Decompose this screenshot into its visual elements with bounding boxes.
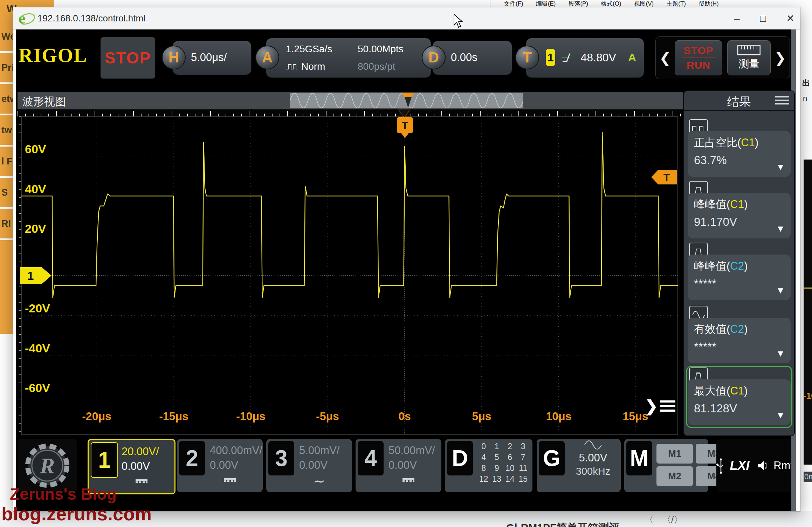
x-tick-label: 10μs — [538, 410, 580, 423]
waveform-svg — [21, 116, 678, 435]
browser-window: e 192.168.0.138/control.html – □ ✕ RIGOL… — [13, 7, 800, 512]
nav-next-icon[interactable]: ❯ — [771, 50, 790, 66]
nav-prev-icon[interactable]: ❮ — [656, 50, 675, 66]
close-button[interactable]: ✕ — [786, 13, 794, 24]
bg-menu-view[interactable]: 视图(V) — [634, 0, 654, 7]
dropdown-icon[interactable]: ▼ — [776, 348, 785, 359]
beeper-icon[interactable] — [757, 459, 767, 472]
bg-menu-file[interactable]: 文件(F) — [504, 0, 523, 7]
dropdown-icon[interactable]: ▼ — [776, 162, 785, 173]
background-menubar: 文件(F) 编辑(E) 段落(P) 格式(O) 视图(V) 主题(T) 帮助(H… — [493, 0, 812, 7]
measure-button[interactable]: 测量 — [727, 40, 771, 75]
mouse-cursor — [454, 14, 464, 29]
remote-indicator[interactable]: Rmt — [773, 459, 793, 472]
channel1-offset-marker[interactable]: 1 — [20, 266, 52, 285]
dc-coupling-icon — [222, 478, 238, 487]
channel-number: 1 — [91, 442, 118, 478]
x-tick-label: 0s — [384, 410, 426, 423]
channel3-tile[interactable]: 3 5.00mV/0.00V ∼ — [266, 439, 352, 492]
x-tick-label: 5μs — [461, 410, 503, 423]
window-controls: – □ ✕ — [734, 13, 794, 24]
measurement-item-vpp-c2[interactable]: 峰峰值(C2) ***** ▼ — [688, 243, 791, 302]
dropdown-icon[interactable]: ▼ — [776, 223, 785, 234]
bg-code-icon[interactable]: 〈/〉 — [662, 514, 683, 526]
digital-label: D — [447, 441, 473, 475]
trigger-knob[interactable]: T — [515, 46, 539, 69]
acquire-knob[interactable]: A — [255, 46, 279, 69]
horizontal-knob[interactable]: H — [162, 46, 186, 69]
measurement-card[interactable]: 最大值(C1) 81.128V ▼ — [688, 379, 791, 425]
memory-depth: 50.00Mpts — [358, 40, 415, 58]
plot-menu-icon[interactable]: ❯ — [645, 397, 675, 415]
generator-label: G — [539, 441, 565, 475]
dropdown-icon[interactable]: ▼ — [776, 410, 785, 421]
trigger-position-marker[interactable]: T — [397, 117, 413, 133]
results-menu-icon[interactable] — [775, 94, 789, 107]
measurement-value: 81.128V — [694, 402, 737, 415]
trigger-level-value: 48.80V — [580, 51, 616, 64]
trigger-panel[interactable]: 1 48.80V A — [526, 38, 644, 78]
bg-right-axis-fragment: -10 — [804, 391, 812, 401]
horizontal-position-slider[interactable] — [290, 93, 523, 108]
bg-sidebar-label: S — [0, 187, 8, 198]
digital-channels-tile[interactable]: D 0123 4567 891011 12131415 — [445, 439, 532, 492]
y-tick-label: -60V — [25, 381, 67, 395]
channel-number: 2 — [179, 441, 205, 475]
measurement-item-vmax-c1[interactable]: 最大值(C1) 81.128V ▼ — [688, 367, 791, 426]
acquire-panel[interactable]: 1.25GSa/s 50.00Mpts Norm 800ps/pt — [266, 38, 431, 78]
bg-menu-edit[interactable]: 编辑(E) — [536, 0, 556, 7]
minimize-button[interactable]: – — [734, 13, 740, 24]
measurement-card[interactable]: 峰峰值(C1) 91.170V ▼ — [688, 193, 791, 238]
measurement-card[interactable]: 有效值(C2) ***** ▼ — [688, 318, 791, 363]
maximize-button[interactable]: □ — [760, 13, 766, 24]
lxi-indicator[interactable]: LXI — [730, 458, 750, 473]
horizontal-ruler — [18, 109, 683, 116]
channel-number: 4 — [358, 441, 384, 475]
header-nav-group: ❮ STOP RUN — [655, 36, 790, 79]
bg-right-fragment: 出 — [802, 78, 810, 88]
measurement-item-vrms-c2[interactable]: 有效值(C2) ***** ▼ — [688, 306, 791, 365]
x-tick-label: -10μs — [230, 410, 272, 423]
stop-run-button[interactable]: STOP RUN — [675, 40, 723, 75]
generator-tile[interactable]: G 5.00V 300kHz — [537, 439, 621, 492]
channel-offset: 0.00V — [122, 459, 159, 474]
measurement-item-vpp-c1[interactable]: 峰峰值(C1) 91.170V ▼ — [688, 181, 791, 240]
trigger-level-marker[interactable]: T — [651, 169, 677, 185]
measurement-card[interactable]: 正占空比(C1) 63.7% ▼ — [688, 131, 791, 177]
x-tick-label: -20μs — [76, 410, 118, 423]
channel4-tile[interactable]: 4 50.00mV/0.00V — [356, 439, 441, 492]
bg-sidebar-label: l F — [0, 156, 13, 167]
math-label: M — [626, 441, 652, 475]
results-header: 结果 — [684, 91, 794, 111]
bg-menu-help[interactable]: 帮助(H) — [699, 0, 719, 7]
trigger-position-triangle[interactable] — [399, 109, 410, 117]
svg-text:R: R — [40, 453, 55, 478]
oscilloscope-ui: RIGOL STOP H 5.00μs/ A 1.25GSa/s 50.00Mp… — [16, 29, 796, 511]
bg-back-icon[interactable]: 〈 — [645, 514, 654, 526]
y-tick-label: -40V — [25, 342, 67, 355]
channel-offset: 0.00V — [388, 458, 435, 473]
bg-menu-theme[interactable]: 主题(T) — [666, 0, 686, 7]
scope-header: RIGOL STOP H 5.00μs/ A 1.25GSa/s 50.00Mp… — [16, 33, 796, 82]
address-url[interactable]: 192.168.0.138/control.html — [37, 13, 145, 24]
math-tile[interactable]: M M1 M3 M2 M4 — [624, 439, 708, 492]
generator-frequency: 300kHz — [570, 466, 616, 477]
run-state-indicator[interactable]: STOP — [101, 37, 155, 79]
dropdown-icon[interactable]: ▼ — [776, 285, 785, 296]
math-m1-button[interactable]: M1 — [656, 444, 693, 464]
view-title: 波形视图 — [22, 94, 66, 109]
usb-icon[interactable] — [716, 458, 723, 474]
background-right-sliver: 出 n -10 0m — [800, 0, 812, 527]
channel2-tile[interactable]: 2 400.00mV/0.00V — [177, 439, 263, 492]
math-m2-button[interactable]: M2 — [656, 466, 693, 486]
ac-coupling-icon: ∼ — [311, 478, 327, 487]
measurement-item-duty[interactable]: 正占空比(C1) 63.7% ▼ — [688, 119, 791, 178]
channel-number: 3 — [268, 441, 294, 475]
sine-icon — [583, 440, 603, 450]
bg-menu-paragraph[interactable]: 段落(P) — [568, 0, 588, 7]
delay-knob[interactable]: D — [422, 46, 446, 69]
bg-menu-format[interactable]: 格式(O) — [601, 0, 621, 7]
measurement-card[interactable]: 峰峰值(C2) ***** ▼ — [688, 255, 791, 300]
channel-scale: 5.00mV/ — [299, 443, 339, 458]
bg-right-fragment: 0m — [804, 472, 812, 482]
